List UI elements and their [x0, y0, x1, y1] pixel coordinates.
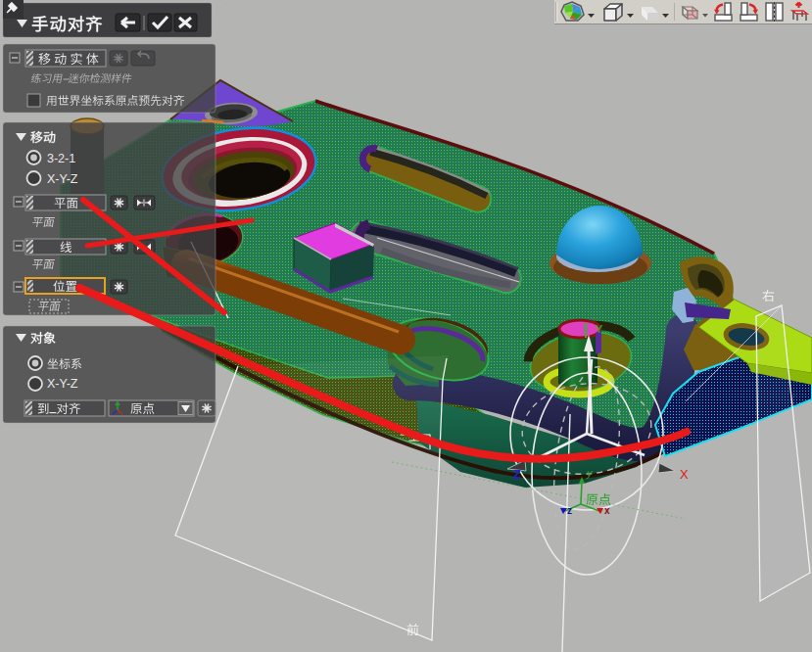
svg-text:X-Y-Z: X-Y-Z — [47, 377, 78, 391]
svg-text:z: z — [567, 505, 572, 516]
svg-text:X-Y-Z: X-Y-Z — [47, 172, 78, 186]
svg-text:3-2-1: 3-2-1 — [47, 152, 75, 165]
svg-text:x: x — [604, 505, 610, 516]
svg-text:Z: Z — [513, 467, 521, 482]
svg-text:Y: Y — [596, 323, 603, 335]
svg-text:X: X — [680, 467, 689, 482]
